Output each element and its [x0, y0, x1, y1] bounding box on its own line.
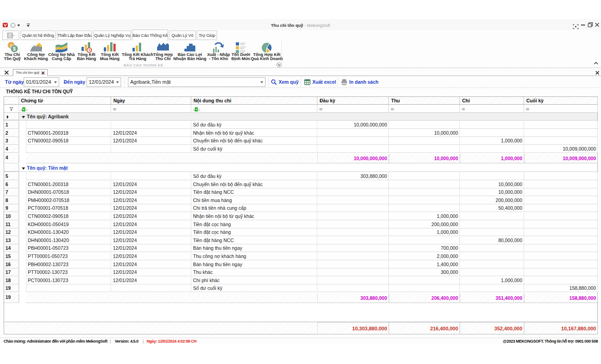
svg-text:a: a	[20, 108, 22, 111]
svg-text:c: c	[199, 108, 200, 111]
svg-text:a: a	[193, 108, 195, 111]
svg-text:$: $	[13, 46, 16, 51]
svg-text:c: c	[26, 108, 28, 111]
